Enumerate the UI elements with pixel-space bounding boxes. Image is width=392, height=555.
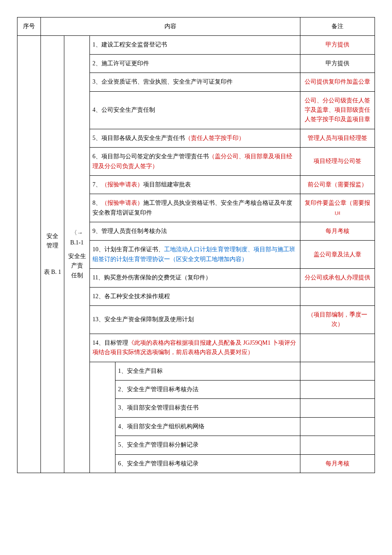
category-line: 安全 bbox=[43, 232, 61, 241]
content-cell: 3、企业资质证书、营业执照、安全生产许可证复印件 bbox=[90, 73, 300, 91]
content-cell: 13、安全生产资金保障制度及使用计划 bbox=[90, 306, 300, 334]
content-cell: 6、项目部与公司签定的安全生产管理责任书（盖分公司、项目部章及项目经理及分公司负… bbox=[90, 148, 300, 176]
remark-cell: 盖公司章及法人章 bbox=[300, 241, 375, 269]
remark-cell bbox=[300, 362, 375, 380]
content-cell: 4、项目部安全生产组织机构网络 bbox=[115, 417, 300, 436]
remark-cell: 项目经理与公司签 bbox=[300, 148, 375, 176]
content-cell: 9、管理人员责任制考核办法 bbox=[90, 222, 300, 241]
content-text: 10、计划生育工作保证书、 bbox=[92, 246, 164, 253]
content-text: 14、目标管理 bbox=[92, 340, 128, 346]
category-line: 管理 bbox=[43, 241, 61, 250]
header-seq: 序号 bbox=[17, 17, 41, 36]
subcat-cell: 〈→ B.1-1 安全生产责 任制 bbox=[64, 36, 90, 473]
remark-text: 复印件要盖公章（需要报 bbox=[305, 200, 370, 206]
content-cell: 1、建设工程安全监督登记书 bbox=[90, 36, 300, 54]
header-row: 序号 内容 备注 bbox=[17, 17, 375, 36]
content-cell: 5、安全生产管理目标分解记录 bbox=[115, 436, 300, 454]
remark-cell: 甲方提供 bbox=[300, 36, 375, 54]
content-text: 项目部组建审批表 bbox=[143, 181, 191, 188]
seq-cell bbox=[17, 36, 41, 473]
remark-cell: 每月考核 bbox=[300, 454, 375, 473]
content-cell: 4、公司安全生产责任制 bbox=[90, 91, 300, 129]
remark-cell bbox=[300, 380, 375, 398]
remark-cell: 甲方提供 bbox=[300, 54, 375, 73]
content-cell: 2、施工许可证更印件 bbox=[90, 54, 300, 73]
subcat-name: 安全生产责 bbox=[67, 252, 87, 271]
content-cell: 2、安全生产管理目标考核办法 bbox=[115, 380, 300, 398]
content-cell: 14、目标管理《此项的表格内容根据项目报建人员配备及 JGJ59QM1 卜项评分… bbox=[90, 334, 300, 362]
content-cell: 10、计划生育工作保证书、工地流动人口计划生育管理制度、项目部与施工班组签订的计… bbox=[90, 241, 300, 269]
remark-cell: 管理人员与项目经理签 bbox=[300, 129, 375, 147]
remark-cell: 每月考核 bbox=[300, 222, 375, 241]
content-text: 6、项目部与公司签定的安全生产管理责任书 bbox=[92, 153, 209, 160]
content-text: 8、 bbox=[92, 200, 101, 206]
content-cell: 6、安全生产管理目标考核记录 bbox=[115, 454, 300, 473]
content-cell: 3、项目部安全管理目标责任书 bbox=[115, 399, 300, 417]
category-line: 表 B. 1 bbox=[43, 267, 61, 277]
remark-cell: （项目部编制，季度一次） bbox=[300, 306, 375, 334]
content-text-red: （责任人签字按手印） bbox=[185, 135, 245, 141]
sub-index-cell bbox=[90, 362, 115, 473]
content-cell: 5、项目部各级人员安全生产责任书（责任人签字按手印） bbox=[90, 129, 300, 147]
content-text: 7、 bbox=[92, 181, 101, 188]
content-cell: 11、购买意外伤害保险的交费凭证（复印件） bbox=[90, 269, 300, 287]
remark-cell bbox=[300, 417, 375, 436]
remark-cell: 分公司或承包人办理提供 bbox=[300, 269, 375, 287]
content-text-red: （报验申请表） bbox=[101, 200, 143, 206]
content-text-red: （报验申请表） bbox=[101, 181, 143, 188]
main-table: 序号 内容 备注 安全 管理 表 B. 1 〈→ B.1-1 安全生产责 任制 … bbox=[17, 17, 375, 473]
header-content: 内容 bbox=[41, 17, 300, 36]
remark-cell: 公司提供复印件加盖公章 bbox=[300, 73, 375, 91]
category-cell: 安全 管理 表 B. 1 bbox=[41, 36, 64, 473]
header-remark: 备注 bbox=[300, 17, 375, 36]
content-cell: 12、各工种安全技术操作规程 bbox=[90, 287, 300, 305]
content-cell: 8、（报验申请表）施工管理人员执业资格证书、安全生产考核合格证及年度安全教育培训… bbox=[90, 194, 300, 222]
subcat-name: 任制 bbox=[67, 271, 87, 280]
table-row: 安全 管理 表 B. 1 〈→ B.1-1 安全生产责 任制 1、建设工程安全监… bbox=[17, 36, 375, 54]
remark-cell bbox=[300, 334, 375, 362]
remark-cell bbox=[300, 399, 375, 417]
remark-cell bbox=[300, 287, 375, 305]
remark-cell: 前公司章（需要报监） bbox=[300, 175, 375, 194]
content-cell: 1、安全生产目标 bbox=[115, 362, 300, 380]
remark-cell: 公司、分公司级责任人签字及盖章、项目部级责任人签字按手印及盖项目章 bbox=[300, 91, 375, 129]
subcat-arrow: 〈→ bbox=[67, 228, 87, 238]
content-cell: 7、（报验申请表）项目部组建审批表 bbox=[90, 175, 300, 194]
content-text: 5、项目部各级人员安全生产责任书 bbox=[92, 135, 185, 141]
remark-cell: 复印件要盖公章（需要报 I,H bbox=[300, 194, 375, 222]
remark-cell bbox=[300, 436, 375, 454]
remark-suffix: I,H bbox=[334, 211, 340, 215]
page-table-wrapper: 序号 内容 备注 安全 管理 表 B. 1 〈→ B.1-1 安全生产责 任制 … bbox=[17, 17, 375, 473]
subcat-code: B.1-1 bbox=[67, 238, 87, 247]
